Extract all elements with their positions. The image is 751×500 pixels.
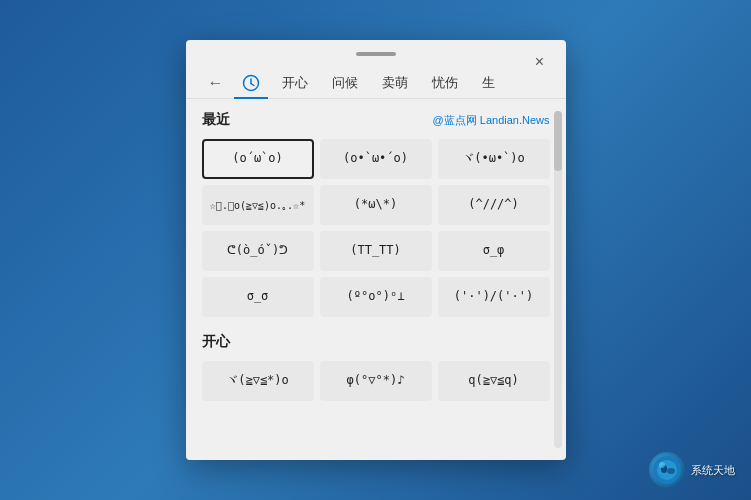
svg-point-7 (659, 462, 665, 468)
emoji-grid-recent: (o´ω`o) (o•`ω•´o) ヾ(•ω•`)o ☆ﾟ.｡o(≧▽≦)o.｡… (202, 139, 550, 317)
emoji-cell[interactable]: σ_σ (202, 277, 314, 317)
back-button[interactable]: ← (202, 69, 230, 97)
tab-greet[interactable]: 问候 (322, 68, 368, 98)
svg-point-6 (667, 468, 675, 474)
emoji-cell[interactable]: q(≧▽≦q) (438, 361, 550, 401)
watermark-label: 系统天地 (691, 463, 735, 478)
emoji-cell[interactable]: (o´ω`o) (202, 139, 314, 179)
watermark-svg (652, 455, 682, 485)
tab-cute[interactable]: 卖萌 (372, 68, 418, 98)
emoji-cell[interactable]: σ_φ (438, 231, 550, 271)
emoji-cell[interactable]: (*ω\*) (320, 185, 432, 225)
watermark: 系统天地 (649, 452, 735, 488)
section-recent-title: 最近 (202, 111, 230, 129)
content-area: 最近 @蓝点网 Landian.News (o´ω`o) (o•`ω•´o) ヾ… (186, 99, 566, 460)
section-happy-title: 开心 (202, 333, 550, 351)
section-credit: @蓝点网 Landian.News (433, 113, 550, 128)
tab-happy[interactable]: 开心 (272, 68, 318, 98)
watermark-icon (649, 452, 685, 488)
emoji-cell[interactable]: (o•`ω•´o) (320, 139, 432, 179)
emoji-cell[interactable]: ☆ﾟ.｡o(≧▽≦)o.｡.☆* (202, 185, 314, 225)
emoji-cell[interactable]: (TT_TT) (320, 231, 432, 271)
drag-handle (356, 52, 396, 56)
svg-line-2 (251, 84, 254, 86)
tab-bar: ← 开心 问候 卖萌 忧伤 生 (186, 64, 566, 99)
clock-icon (242, 74, 260, 92)
section-recent-header: 最近 @蓝点网 Landian.News (202, 111, 550, 129)
emoji-cell[interactable]: ヾ(•ω•`)o (438, 139, 550, 179)
scrollbar-thumb[interactable] (554, 111, 562, 171)
title-bar: × (186, 40, 566, 64)
emoji-cell[interactable]: ヾ(≧▽≦*)o (202, 361, 314, 401)
close-button[interactable]: × (528, 50, 552, 74)
scrollbar-track[interactable] (554, 111, 562, 448)
emoji-cell[interactable]: (^///^) (438, 185, 550, 225)
emoji-cell[interactable]: ᕦ(ò_óˇ)ᕤ (202, 231, 314, 271)
tab-sad[interactable]: 忧伤 (422, 68, 468, 98)
tab-recent-clock[interactable] (234, 68, 268, 98)
tab-life[interactable]: 生 (472, 68, 505, 98)
emoji-cell[interactable]: ('·')/('·') (438, 277, 550, 317)
emoji-panel: × ← 开心 问候 卖萌 忧伤 生 最近 @蓝点网 Landian.News (… (186, 40, 566, 460)
emoji-cell[interactable]: φ(°▽°*)♪ (320, 361, 432, 401)
emoji-grid-happy: ヾ(≧▽≦*)o φ(°▽°*)♪ q(≧▽≦q) (202, 361, 550, 401)
emoji-cell[interactable]: (º°o°)ᵒ⊥ (320, 277, 432, 317)
